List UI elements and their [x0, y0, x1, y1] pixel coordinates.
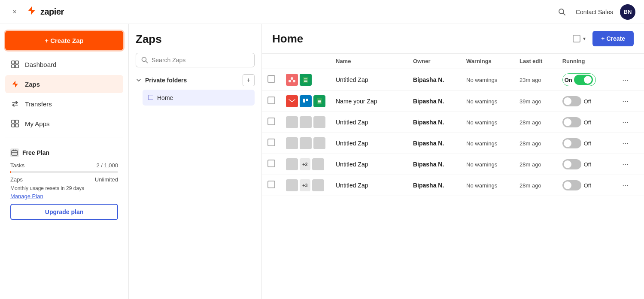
svg-rect-11	[12, 151, 18, 155]
chevron-down-icon	[136, 77, 142, 83]
sidebar-item-label-dashboard: Dashboard	[25, 61, 56, 68]
folders-header[interactable]: Private folders +	[136, 74, 255, 86]
select-all-dropdown: ▾	[573, 34, 587, 43]
toggle-switch[interactable]	[562, 159, 581, 169]
svg-rect-22	[306, 99, 308, 101]
running-cell: Off	[562, 180, 608, 190]
svg-rect-26	[318, 103, 321, 103]
row-checkbox[interactable]	[267, 75, 275, 83]
toggle-on-wrapper[interactable]: On	[562, 73, 596, 86]
svg-rect-10	[15, 124, 18, 127]
zap-last-edit: 28m ago	[519, 119, 541, 126]
app-icons: +2	[286, 158, 325, 170]
toggle-switch[interactable]	[562, 117, 581, 127]
toggle-off-wrapper[interactable]: Off	[562, 138, 591, 148]
more-options-button[interactable]: ···	[619, 179, 632, 191]
manage-plan-link[interactable]: Manage Plan	[10, 193, 118, 199]
row-checkbox[interactable]	[267, 118, 275, 125]
zap-name[interactable]: Untitled Zap	[336, 140, 368, 147]
logo-text: zapier	[40, 7, 64, 17]
sidebar-item-transfers[interactable]: Transfers	[5, 95, 123, 113]
row-checkbox[interactable]	[267, 160, 275, 167]
zap-last-edit: 28m ago	[519, 161, 541, 168]
toggle-switch[interactable]	[562, 96, 581, 106]
zap-name[interactable]: Untitled Zap	[336, 76, 368, 83]
more-options-button[interactable]: ···	[619, 116, 632, 128]
zap-owner: Bipasha N.	[413, 140, 444, 147]
app-icon	[286, 179, 298, 191]
content-header: Home ▾ + Create	[262, 24, 644, 54]
svg-rect-9	[12, 124, 15, 127]
zap-warnings: No warnings	[466, 119, 497, 126]
toggle-switch[interactable]	[562, 180, 581, 190]
app-icon: +3	[300, 179, 310, 191]
plan-icon	[10, 148, 19, 157]
svg-point-16	[293, 80, 295, 82]
svg-rect-6	[15, 65, 18, 68]
toggle-switch[interactable]	[574, 75, 593, 85]
more-options-button[interactable]: ···	[619, 137, 632, 149]
svg-line-13	[146, 61, 148, 63]
more-options-button[interactable]: ···	[619, 158, 632, 170]
tasks-row: Tasks 2 / 1,000	[10, 162, 118, 169]
svg-rect-5	[12, 65, 15, 68]
toggle-off-wrapper[interactable]: Off	[562, 180, 591, 190]
create-zap-button[interactable]: + Create Zap	[5, 31, 123, 50]
row-checkbox[interactable]	[267, 97, 275, 104]
toggle-off-wrapper[interactable]: Off	[562, 159, 591, 169]
create-button[interactable]: + Create	[592, 31, 634, 46]
app-icons	[286, 116, 325, 128]
zap-warnings: No warnings	[466, 161, 497, 168]
content-panel: Home ▾ + Create Name Owner Warni	[262, 24, 644, 299]
folder-icon: ☐	[148, 94, 154, 102]
sidebar-item-my-apps[interactable]: My Apps	[5, 115, 123, 133]
row-checkbox[interactable]	[267, 181, 275, 188]
my-apps-icon	[10, 119, 20, 128]
monthly-reset-text: Monthly usage resets in 29 days	[10, 185, 118, 191]
zap-name[interactable]: Untitled Zap	[336, 119, 368, 126]
zap-name[interactable]: Name your Zap	[336, 98, 377, 105]
toggle-off-wrapper[interactable]: Off	[562, 117, 591, 127]
close-button[interactable]: ×	[9, 6, 21, 18]
search-input[interactable]	[152, 57, 249, 63]
select-all-checkbox[interactable]	[573, 35, 580, 42]
zaps-table: Name Owner Warnings Last edit Running Un…	[262, 54, 644, 196]
zaps-icon	[10, 79, 20, 89]
table-row: Untitled ZapBipasha N.No warnings28m ago…	[262, 133, 644, 154]
logo: zapier	[26, 5, 64, 19]
table-row: Untitled ZapBipasha N.No warnings28m ago…	[262, 112, 644, 133]
avatar[interactable]: BN	[620, 4, 635, 20]
toggle-switch[interactable]	[562, 138, 581, 148]
zaps-table-container: Name Owner Warnings Last edit Running Un…	[262, 54, 644, 299]
app-icon	[300, 116, 312, 128]
more-options-button[interactable]: ···	[619, 95, 632, 107]
svg-rect-18	[304, 79, 307, 79]
sidebar-item-zaps[interactable]: Zaps	[5, 75, 123, 93]
zap-last-edit: 28m ago	[519, 140, 541, 147]
nav-divider	[5, 138, 123, 138]
select-all-dropdown-arrow[interactable]: ▾	[581, 34, 587, 43]
svg-rect-8	[15, 120, 18, 123]
sidebar-item-label-zaps: Zaps	[25, 81, 40, 88]
row-checkbox[interactable]	[267, 139, 275, 146]
contact-sales-link[interactable]: Contact Sales	[576, 9, 613, 15]
zap-name[interactable]: Untitled Zap	[336, 182, 368, 189]
search-icon[interactable]	[555, 5, 569, 19]
topbar: × zapier Contact Sales BN	[0, 0, 644, 24]
app-icon	[312, 158, 324, 170]
upgrade-plan-button[interactable]: Upgrade plan	[10, 204, 118, 220]
search-box[interactable]	[136, 53, 255, 67]
svg-rect-21	[303, 99, 305, 103]
zap-name[interactable]: Untitled Zap	[336, 161, 368, 168]
more-options-button[interactable]: ···	[619, 74, 632, 86]
home-title: Home	[272, 32, 303, 45]
toggle-off-wrapper[interactable]: Off	[562, 96, 591, 106]
logo-icon	[26, 5, 38, 19]
sidebar-item-dashboard[interactable]: Dashboard	[5, 55, 123, 73]
table-row: Untitled ZapBipasha N.No warnings23m ago…	[262, 69, 644, 91]
toggle-off-label: Off	[584, 182, 591, 189]
search-icon	[141, 57, 148, 63]
home-folder-item[interactable]: ☐ Home	[143, 90, 255, 106]
add-folder-button[interactable]: +	[243, 74, 255, 86]
svg-point-15	[289, 80, 291, 82]
